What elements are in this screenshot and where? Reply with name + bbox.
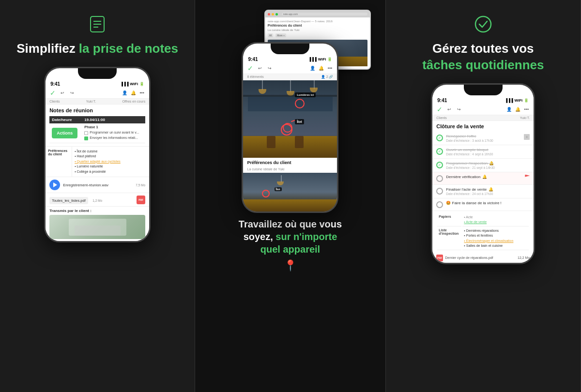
status-bar-2: 9:41 ▐▐▐WiFi🔋 (243, 56, 337, 63)
app-toolbar: ✓ ↩ ↪ 👤 🔔 ••• (46, 88, 149, 99)
task-menu-1: ≡ (524, 134, 530, 140)
kitchen-photo-container: Îlot Lumières ici (243, 80, 337, 158)
checkbox-2 (84, 136, 88, 140)
task-item-2: Ouvrir un compte bloqué Date d'échéance … (432, 145, 534, 159)
task-circle-6[interactable] (436, 201, 443, 208)
toolbar-left: ✓ ↩ ↪ (49, 90, 76, 96)
check2-icon[interactable]: ✓ (247, 65, 254, 72)
task-title: Clôture de la vente (432, 121, 534, 132)
task-circle-3[interactable] (436, 162, 443, 168)
location-icon: 📍 (239, 259, 342, 272)
user-icon[interactable]: 👤 (121, 90, 128, 96)
pdf-icon: PDF (137, 196, 145, 204)
task-text-4: Dernière vérification 🔔 (446, 175, 522, 179)
task-flag-4 (525, 175, 530, 180)
bell-icon[interactable]: 🔔 (130, 90, 137, 96)
file-row: Toutes_les_listes.pdf 1,2 Mo PDF (46, 193, 149, 207)
svg-point-4 (475, 16, 491, 32)
task-text-6: 🤩 Faire la danse de la victoire ! (446, 201, 530, 205)
undo3-icon[interactable]: ↩ (446, 106, 453, 113)
panel1-phone: 9:41 ▐▐▐WiFi🔋 ✓ ↩ ↪ 👤 🔔 ••• (44, 67, 151, 243)
annot-tag-lumieres: Lumières ici (295, 92, 316, 97)
redo3-icon[interactable]: ↪ (456, 106, 462, 113)
task-circle-5[interactable] (436, 188, 443, 195)
task-circle-1[interactable] (436, 135, 443, 141)
check-icon[interactable]: ✓ (49, 90, 56, 96)
app-toolbar-3: ✓ ↩ ↪ 👤 🔔 ••• (432, 104, 534, 115)
dot-yellow (272, 13, 274, 15)
audio-info: Enregistrement-réunion.wav (63, 183, 133, 187)
status-icons: ▐▐▐WiFi🔋 (120, 82, 144, 86)
task-item-5: Finaliser l'acte de vente 🔔 Date d'échéa… (432, 185, 534, 198)
task-text-1: Renégocier l'offre Date d'échéance : 3 a… (446, 134, 521, 142)
prefs-row: Préférences du client • Îlot de cuisine … (46, 147, 149, 178)
undo2-icon[interactable]: ↩ (257, 65, 263, 72)
bottom-table: Papiers • Acte • Acte de vente Listed'in… (436, 213, 530, 251)
redo2-icon[interactable]: ↪ (266, 65, 273, 72)
table-row-papiers: Papiers • Acte • Acte de vente (437, 214, 529, 226)
task-item-1: Renégocier l'offre Date d'échéance : 3 a… (432, 132, 534, 145)
desktop-bar: note-app.com (265, 11, 370, 17)
more3-icon[interactable]: ••• (523, 106, 530, 113)
task-circle-4[interactable] (436, 175, 443, 182)
table-row-inspection: Listed'inspection • Dernières réparation… (437, 227, 529, 250)
checkbox-item-2: Envoyer les informations relati... (84, 136, 143, 140)
undo-icon[interactable]: ↩ (59, 90, 66, 96)
status-bar: 9:41 ▐▐▐WiFi🔋 (46, 80, 149, 88)
note-content: Notes de réunion Date/heure 19.04/11:00 … (46, 105, 149, 146)
task-text-3: Programmer l'inspection 🔔 Date d'échéanc… (446, 161, 530, 169)
desktop-title: Préférences du client (268, 24, 367, 27)
app-toolbar-2: ✓ ↩ ↪ 👤 🔔 ••• (243, 63, 337, 74)
check3-icon[interactable]: ✓ (436, 106, 443, 113)
bottom-section: Papiers • Acte • Acte de vente Listed'in… (432, 211, 534, 253)
checkbox-1 (84, 131, 88, 135)
breadcrumb-bar-2: 8 éléments 👤 2 🔗 (243, 74, 337, 80)
panel3-title: Gérez toutes vostâches quotidiennes (422, 41, 544, 74)
status-icons-3: ▐▐▐WiFi🔋 (505, 98, 529, 103)
annot-tag-ilot-2: Îlot (275, 187, 282, 191)
panel2-subtitle: Travaillez où que voussoyez, sur n'impor… (239, 218, 342, 272)
second-photo-container: Îlot (243, 173, 337, 211)
phone2-note-subtitle: La cuisine idéale de Yuki (243, 167, 337, 173)
phone3-notch (464, 85, 503, 95)
toolbar-right: 👤 🔔 ••• (121, 90, 145, 96)
phone2-notch (271, 44, 309, 54)
status-bar-3: 9:41 ▐▐▐WiFi🔋 (432, 97, 534, 104)
user2-icon[interactable]: 👤 (309, 65, 316, 72)
task-item-4: Dernière vérification 🔔 (432, 172, 534, 185)
table-header-date: Date/heure (49, 116, 82, 123)
redo-icon[interactable]: ↪ (69, 90, 76, 96)
bell3-icon[interactable]: 🔔 (514, 106, 521, 113)
pdf-size: 12,2 Mo (518, 256, 530, 259)
audio-size: 7,5 Mo (136, 183, 145, 187)
task-item-6: 🤩 Faire la danse de la victoire ! (432, 198, 534, 211)
breadcrumb-yuki: Yuki T. (86, 100, 96, 103)
task-circle-2[interactable] (436, 148, 443, 155)
annot-circle-3 (262, 190, 270, 197)
note-title: Notes de réunion (49, 107, 145, 113)
client-label: Transmis par le client : (49, 209, 145, 213)
phone2-note-title: Préférences du client (243, 158, 337, 167)
prefs-items: • Îlot de cuisine • Haut plafond • Quart… (72, 147, 123, 177)
prefs-label: Préférences du client (46, 147, 72, 177)
panel-1: Simplifiez la prise de notes 9:41 ▐▐▐WiF… (0, 0, 195, 392)
client-section: Transmis par le client : (46, 207, 149, 241)
bell2-icon[interactable]: 🔔 (318, 65, 324, 72)
breadcrumb-bar-3: Clients Yuki T. (432, 115, 534, 121)
user3-icon[interactable]: 👤 (505, 106, 512, 113)
phone-notch (78, 68, 117, 79)
panel1-title: Simplifiez la prise de notes (16, 41, 178, 57)
breadcrumb-offres: Offres en cours (122, 100, 145, 103)
phase-label: Phase 1 (84, 125, 143, 129)
more-icon[interactable]: ••• (138, 90, 145, 96)
task-text-5: Finaliser l'acte de vente 🔔 Date d'échéa… (446, 187, 530, 196)
checkbox-item-1: Programmer un suivi avant le v... (84, 131, 143, 135)
pdf-row-bottom: PDF Dernier cycle de réparations.pdf 12,… (432, 253, 534, 263)
file-info: Toutes_les_listes.pdf 1,2 Mo (49, 195, 137, 204)
panel1-icon (88, 15, 107, 36)
task-item-3: Programmer l'inspection 🔔 Date d'échéanc… (432, 159, 534, 172)
play-button[interactable] (49, 180, 60, 190)
panel2-phone: 9:41 ▐▐▐WiFi🔋 ✓ ↩ ↪ 👤 🔔 ••• (242, 42, 338, 213)
pdf-name: Dernier cycle de réparations.pdf (445, 256, 493, 259)
more2-icon[interactable]: ••• (326, 65, 333, 72)
